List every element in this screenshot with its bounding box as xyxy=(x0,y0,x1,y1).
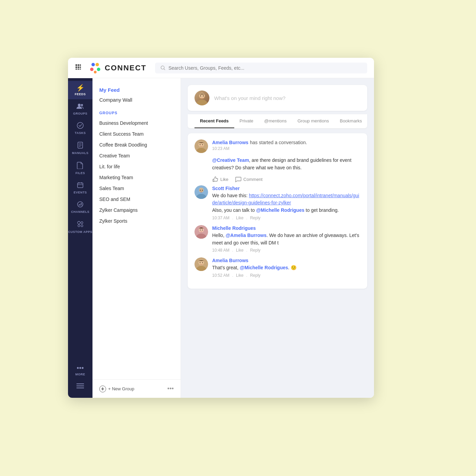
comment-button[interactable]: Comment xyxy=(235,176,262,183)
search-bar[interactable] xyxy=(155,63,367,73)
separator: . xyxy=(232,273,233,278)
sidebar-item-tasks[interactable]: TASKS xyxy=(68,119,92,138)
sidebar-item-manuals[interactable]: MANUALS xyxy=(68,138,92,158)
events-icon xyxy=(77,182,84,189)
posts-container: Amelia Burrows has started a conversatio… xyxy=(181,131,374,291)
post-header: Amelia Burrows has started a conversatio… xyxy=(194,139,360,153)
svg-rect-5 xyxy=(80,67,81,68)
separator: . xyxy=(246,216,247,220)
comment-like-button[interactable]: Like xyxy=(236,216,243,220)
svg-point-30 xyxy=(78,225,80,227)
mention[interactable]: @Creative Team xyxy=(212,157,249,163)
like-icon xyxy=(212,176,218,183)
comment-author[interactable]: Amelia Burrows xyxy=(212,258,249,263)
tab-bookmarks[interactable]: Bookmarks xyxy=(334,114,367,128)
svg-point-44 xyxy=(199,188,204,192)
sidebar-item-channels[interactable]: CHANNELS xyxy=(68,198,92,217)
comment-author[interactable]: Scott Fisher xyxy=(212,186,240,191)
mention[interactable]: @Michelle Rodrigues xyxy=(256,207,304,213)
new-group-button[interactable]: + + New Group xyxy=(99,386,134,392)
svg-rect-4 xyxy=(78,67,80,68)
tab-private[interactable]: Private xyxy=(234,114,259,128)
company-wall-link[interactable]: Company Wall xyxy=(99,95,174,105)
middle-panel: My Feed Company Wall GROUPS Business Dev… xyxy=(92,78,181,398)
search-input[interactable] xyxy=(168,65,362,71)
groups-icon xyxy=(76,103,84,111)
sidebar-item-groups[interactable]: GROUPS xyxy=(68,99,92,119)
sidebar-item-custom-apps[interactable]: CUSTOM APPS xyxy=(68,217,92,237)
comment-body: That's great, @Michelle Rodrigues. 🙂 xyxy=(212,264,360,272)
sidebar-item-more[interactable]: ••• MORE xyxy=(68,361,92,379)
content-panel: What's on your mind right now? Recent Fe… xyxy=(181,78,374,398)
groups-list: Business DevelopmentClient Success TeamC… xyxy=(99,118,174,226)
comment-footer: 10:52 AM . Like . Reply xyxy=(212,273,360,278)
comment-text: Also, you can talk to xyxy=(212,207,256,213)
tab--mentions[interactable]: @mentions xyxy=(259,114,292,128)
group-item-business-development[interactable]: Business Development xyxy=(99,118,174,129)
my-feed-link[interactable]: My Feed xyxy=(99,85,174,95)
comment-reply-button[interactable]: Reply xyxy=(250,273,260,278)
group-item-creative-team[interactable]: Creative Team xyxy=(99,150,174,161)
separator: . xyxy=(232,248,233,253)
grid-icon[interactable] xyxy=(75,64,82,72)
comment-content: Scott Fisher We do have this: https://co… xyxy=(212,185,360,220)
svg-point-46 xyxy=(202,190,203,190)
logo-icon xyxy=(88,61,102,75)
svg-point-41 xyxy=(200,144,200,145)
group-item-zylker-sports[interactable]: Zylker Sports xyxy=(99,216,174,226)
comment-like-button[interactable]: Like xyxy=(236,273,243,278)
post-placeholder[interactable]: What's on your mind right now? xyxy=(214,95,286,101)
tab-group-mentions[interactable]: Group mentions xyxy=(292,114,335,128)
comment-footer: 10:37 AM . Like . Reply xyxy=(212,216,360,220)
custom-apps-icon xyxy=(76,220,84,229)
comment-author[interactable]: Michelle Rodrigues xyxy=(212,225,256,231)
comment-reply-button[interactable]: Reply xyxy=(250,216,260,220)
middle-panel-content: My Feed Company Wall GROUPS Business Dev… xyxy=(92,78,181,379)
tasks-icon xyxy=(77,122,84,130)
like-button[interactable]: Like xyxy=(212,176,228,183)
group-item-lit.-for-life[interactable]: Lit. for life xyxy=(99,161,174,172)
group-item-zylker-campaigns[interactable]: Zylker Campaigns xyxy=(99,205,174,216)
comment-reply-button[interactable]: Reply xyxy=(250,248,260,253)
svg-point-16 xyxy=(78,104,81,106)
comment-footer: 10:48 AM . Like . Reply xyxy=(212,248,360,253)
logo-area: CONNECT xyxy=(88,61,150,75)
post-time: 10:23 AM xyxy=(212,146,360,151)
groups-section-label: GROUPS xyxy=(99,111,174,115)
comment-time: 10:48 AM xyxy=(212,248,230,253)
svg-rect-1 xyxy=(78,64,80,66)
svg-point-9 xyxy=(91,63,95,66)
comment-item: Scott Fisher We do have this: https://co… xyxy=(194,185,360,220)
separator: . xyxy=(246,273,247,278)
group-item-seo-and-sem[interactable]: SEO and SEM xyxy=(99,194,174,205)
svg-rect-2 xyxy=(80,64,81,66)
group-item-client-success-team[interactable]: Client Success Team xyxy=(99,129,174,139)
post-body: @Creative Team, are there design and bra… xyxy=(212,156,360,172)
svg-point-10 xyxy=(96,63,99,66)
sidebar-item-files[interactable]: FILES xyxy=(68,158,92,178)
comment-text: Hello, xyxy=(212,233,226,238)
svg-rect-23 xyxy=(78,183,83,188)
mention[interactable]: @Amelia Burrows xyxy=(226,233,267,238)
hamburger-button[interactable] xyxy=(68,379,92,392)
more-options-icon[interactable]: ••• xyxy=(167,385,174,392)
svg-point-17 xyxy=(81,104,83,106)
group-item-coffee-break-doodling[interactable]: Coffee Break Doodling xyxy=(99,139,174,150)
svg-rect-8 xyxy=(80,69,81,70)
like-label: Like xyxy=(220,177,228,182)
files-icon xyxy=(77,162,84,170)
svg-point-11 xyxy=(90,68,94,71)
comment-like-button[interactable]: Like xyxy=(236,248,243,253)
sidebar-item-events[interactable]: EVENTS xyxy=(68,178,92,198)
group-item-marketing-team[interactable]: Marketing Team xyxy=(99,172,174,183)
tab-recent-feeds[interactable]: Recent Feeds xyxy=(194,114,234,128)
main-layout: ⚡ FEEDS GROUPS xyxy=(68,78,374,398)
group-item-sales-team[interactable]: Sales Team xyxy=(99,183,174,194)
post-meta: Amelia Burrows has started a conversatio… xyxy=(212,139,360,151)
svg-point-28 xyxy=(78,221,80,224)
sidebar-item-feeds[interactable]: ⚡ FEEDS xyxy=(68,81,92,99)
mention[interactable]: @Michelle Rodrigues xyxy=(240,265,288,270)
svg-rect-0 xyxy=(75,64,77,66)
post-author-name[interactable]: Amelia Burrows xyxy=(212,140,249,145)
header-bar: CONNECT xyxy=(68,58,374,78)
